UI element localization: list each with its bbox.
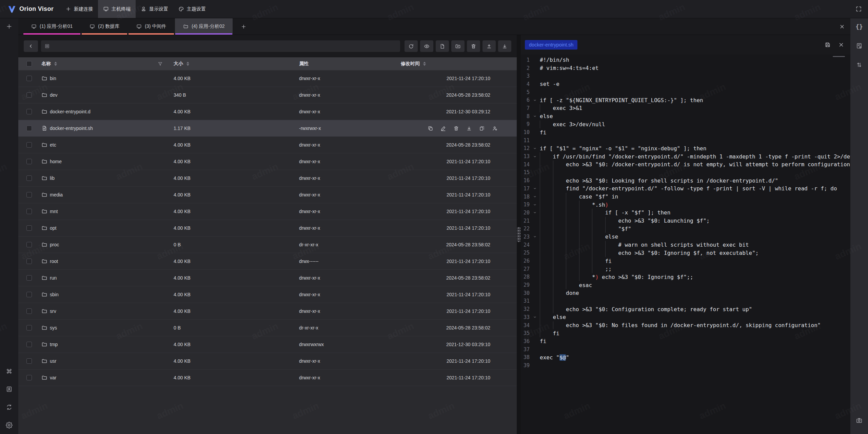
save-button[interactable] (823, 40, 833, 50)
row-checkbox[interactable] (26, 225, 32, 231)
variables-button[interactable]: {} (855, 23, 863, 30)
row-checkbox[interactable] (26, 275, 32, 281)
fold-chevron-icon[interactable] (530, 210, 540, 215)
select-all-checkbox[interactable] (26, 61, 32, 67)
row-checkbox[interactable] (26, 109, 32, 114)
close-all-button[interactable] (839, 18, 850, 35)
file-name: srv (50, 308, 56, 314)
file-row[interactable]: etc 4.00 KB drwxr-xr-x 2024-05-28 23:58:… (18, 137, 517, 153)
nav-item-host-terminal[interactable]: 主机终端 (98, 0, 136, 18)
fold-chevron-icon[interactable] (530, 154, 540, 159)
row-checkbox[interactable] (26, 92, 32, 98)
row-checkbox[interactable] (26, 259, 32, 264)
user-contacts-button[interactable] (6, 386, 13, 393)
row-checkbox[interactable] (26, 325, 32, 331)
file-modified: 2021-11-24 17:20:10 (397, 259, 517, 264)
file-row[interactable]: bin 4.00 KB drwxr-xr-x 2021-11-24 17:20:… (18, 70, 517, 87)
sort-toggle[interactable] (54, 62, 57, 66)
indent-guide (566, 217, 566, 225)
tab-color-underline (129, 33, 174, 35)
row-checkbox[interactable] (26, 292, 32, 297)
file-row[interactable]: dev 340 B drwxr-xr-x 2024-05-28 23:58:02 (18, 87, 517, 103)
row-checkbox[interactable] (26, 308, 32, 314)
nav-item-theme-settings[interactable]: 主题设置 (173, 0, 211, 18)
row-checkbox[interactable] (26, 175, 32, 181)
refresh-button[interactable] (405, 40, 418, 52)
download-action[interactable] (466, 126, 472, 131)
row-checkbox[interactable] (26, 126, 32, 131)
doc-snippet-button[interactable] (856, 42, 863, 49)
permissions-action[interactable] (492, 126, 498, 131)
file-row[interactable]: docker-entrypoint.d 4.00 KB drwxr-xr-x 2… (18, 103, 517, 120)
file-row[interactable]: root 4.00 KB drwx------ 2021-11-24 17:20… (18, 253, 517, 270)
file-row[interactable]: sbin 4.00 KB drwxr-xr-x 2021-11-24 17:20… (18, 286, 517, 303)
new-tab-button[interactable] (6, 23, 13, 30)
sort-lines-button[interactable] (856, 61, 863, 68)
upload-button[interactable] (482, 40, 496, 52)
fold-chevron-icon[interactable] (530, 98, 540, 102)
screenshot-button[interactable] (856, 417, 863, 424)
file-row[interactable]: run 4.00 KB drwxr-xr-x 2024-05-28 23:58:… (18, 270, 517, 286)
delete-action[interactable] (453, 126, 459, 131)
file-row[interactable]: usr 4.00 KB drwxr-xr-x 2021-11-24 17:20:… (18, 353, 517, 370)
preview-button[interactable] (420, 40, 433, 52)
back-button[interactable] (24, 40, 38, 52)
copy-action[interactable] (428, 126, 433, 131)
sync-button[interactable] (6, 404, 13, 411)
session-tab-1[interactable]: (1) 应用-分析01 (23, 18, 81, 35)
row-checkbox[interactable] (26, 142, 32, 148)
fold-chevron-icon[interactable] (530, 234, 540, 239)
nav-item-new-connection[interactable]: 新建连接 (60, 0, 98, 18)
move-action[interactable] (479, 126, 485, 131)
indent-guide (540, 185, 540, 193)
fold-chevron-icon[interactable] (530, 203, 540, 207)
file-row[interactable]: docker-entrypoint.sh 1.17 KB -rwxrwxr-x (18, 120, 517, 137)
new-folder-button[interactable] (451, 40, 465, 52)
fold-chevron-icon[interactable] (530, 186, 540, 191)
download-button[interactable] (498, 40, 511, 52)
nav-item-display-settings[interactable]: 显示设置 (136, 0, 173, 18)
add-session-button[interactable] (233, 18, 254, 35)
filter-icon[interactable] (158, 61, 163, 67)
file-row[interactable]: var 4.00 KB drwxr-xr-x 2021-11-24 17:20:… (18, 370, 517, 386)
fullscreen-button[interactable] (855, 0, 868, 18)
line-number: 24 (521, 242, 530, 248)
file-row[interactable]: media 4.00 KB drwxr-xr-x 2021-11-24 17:2… (18, 187, 517, 203)
fold-chevron-icon[interactable] (530, 315, 540, 319)
file-row[interactable]: mnt 4.00 KB drwxr-xr-x 2021-11-24 17:20:… (18, 203, 517, 220)
indent-guide (540, 321, 540, 329)
delete-button[interactable] (467, 40, 480, 52)
file-row[interactable]: opt 4.00 KB drwxr-xr-x 2021-11-24 17:20:… (18, 220, 517, 237)
indent-guide (540, 273, 540, 281)
file-row[interactable]: lib 4.00 KB drwxr-xr-x 2021-11-24 17:20:… (18, 170, 517, 187)
file-row[interactable]: proc 0 B dr-xr-xr-x 2024-05-28 23:58:02 (18, 237, 517, 253)
row-checkbox[interactable] (26, 159, 32, 164)
edit-action[interactable] (440, 126, 446, 131)
file-row[interactable]: sys 0 B dr-xr-xr-x 2024-05-28 23:58:02 (18, 320, 517, 336)
file-row[interactable]: home 4.00 KB drwxr-xr-x 2021-11-24 17:20… (18, 153, 517, 170)
row-checkbox[interactable] (26, 358, 32, 364)
fold-chevron-icon[interactable] (530, 114, 540, 118)
fold-chevron-icon[interactable] (530, 146, 540, 151)
session-tab-3[interactable]: (3) 中间件 (128, 18, 174, 35)
row-checkbox[interactable] (26, 375, 32, 380)
sort-toggle[interactable] (423, 62, 426, 66)
settings-button[interactable] (6, 422, 13, 429)
row-checkbox[interactable] (26, 242, 32, 247)
fold-chevron-icon[interactable] (530, 194, 540, 199)
session-tab-2[interactable]: (2) 数据库 (81, 18, 127, 35)
close-editor-button[interactable] (836, 40, 846, 50)
shortcut-keys-button[interactable] (6, 368, 13, 375)
row-checkbox[interactable] (26, 342, 32, 347)
row-checkbox[interactable] (26, 209, 32, 214)
file-row[interactable]: srv 4.00 KB drwxr-xr-x 2021-11-24 17:20:… (18, 303, 517, 320)
row-checkbox[interactable] (26, 76, 32, 81)
path-input[interactable] (41, 40, 400, 52)
row-checkbox[interactable] (26, 192, 32, 197)
session-tab-4[interactable]: (4) 应用-分析02 (175, 18, 233, 35)
code-editor[interactable]: 1#!/bin/sh2# vim:sw=4:ts=4:et34set -e56i… (521, 55, 850, 434)
sort-toggle[interactable] (186, 62, 189, 66)
file-row[interactable]: tmp 4.00 KB drwxrwxrwx 2021-12-30 03:29:… (18, 336, 517, 353)
panel-resize-handle[interactable] (517, 227, 520, 242)
new-file-button[interactable] (436, 40, 449, 52)
